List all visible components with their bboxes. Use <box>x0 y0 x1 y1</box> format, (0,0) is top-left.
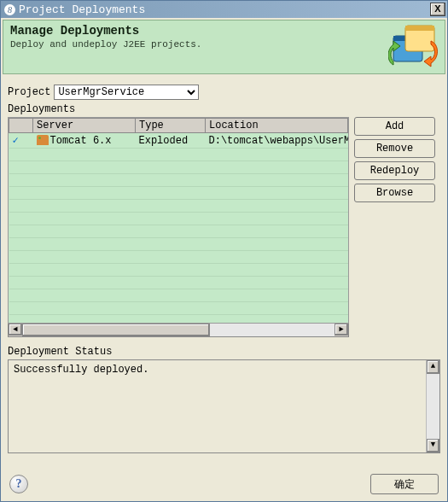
remove-button[interactable]: Remove <box>354 139 435 158</box>
project-label: Project <box>8 86 50 98</box>
banner-heading: Manage Deployments <box>10 24 438 38</box>
v-scrollbar[interactable]: ▲ ▼ <box>426 360 439 452</box>
scroll-down-icon[interactable]: ▼ <box>427 439 439 452</box>
cell-location: D:\tomcat\webapps\UserMgrSe <box>206 133 348 149</box>
table-header-row: Server Type Location <box>9 119 348 133</box>
cell-type: Exploded <box>136 133 206 149</box>
scroll-right-icon[interactable]: ► <box>335 324 348 336</box>
col-type[interactable]: Type <box>136 119 206 133</box>
deployments-table[interactable]: Server Type Location ✓ Tomcat 6.x Explod… <box>8 117 349 324</box>
scroll-thumb[interactable] <box>22 324 210 336</box>
h-scrollbar[interactable]: ◄ ► <box>8 324 349 337</box>
help-button[interactable]: ? <box>9 475 28 493</box>
checkmark-icon: ✓ <box>13 135 19 147</box>
scroll-left-icon[interactable]: ◄ <box>9 324 22 336</box>
status-box: Successfully deployed. ▲ ▼ <box>8 359 440 453</box>
app-icon: 8 <box>4 4 15 15</box>
cell-server: Tomcat 6.x <box>50 135 112 147</box>
ok-button[interactable]: 确定 <box>370 474 439 494</box>
browse-button[interactable]: Browse <box>354 184 435 202</box>
scroll-up-icon[interactable]: ▲ <box>427 360 439 374</box>
close-button[interactable]: X <box>430 3 445 16</box>
status-label: Deployment Status <box>8 346 440 358</box>
banner: Manage Deployments Deploy and undeploy J… <box>3 20 445 74</box>
deployments-label: Deployments <box>8 103 440 115</box>
project-select[interactable]: UserMgrService <box>54 85 199 100</box>
col-location[interactable]: Location <box>206 119 348 133</box>
add-button[interactable]: Add <box>354 117 435 136</box>
col-server[interactable]: Server <box>33 119 136 133</box>
redeploy-button[interactable]: Redeploy <box>354 161 435 180</box>
deploy-icon <box>388 24 441 70</box>
project-deployments-dialog: 8 Project Deployments X Manage Deploymen… <box>0 0 448 502</box>
svg-rect-3 <box>405 26 434 31</box>
dialog-footer: ? 确定 <box>1 467 447 501</box>
col-check[interactable] <box>9 119 33 133</box>
table-row[interactable]: ✓ Tomcat 6.x Exploded D:\tomcat\webapps\… <box>9 133 348 149</box>
banner-subtext: Deploy and undeploy J2EE projects. <box>10 39 438 50</box>
status-text: Successfully deployed. <box>9 360 426 452</box>
tomcat-icon <box>37 135 49 145</box>
title-bar: 8 Project Deployments X <box>1 1 447 18</box>
window-title: Project Deployments <box>19 3 145 16</box>
